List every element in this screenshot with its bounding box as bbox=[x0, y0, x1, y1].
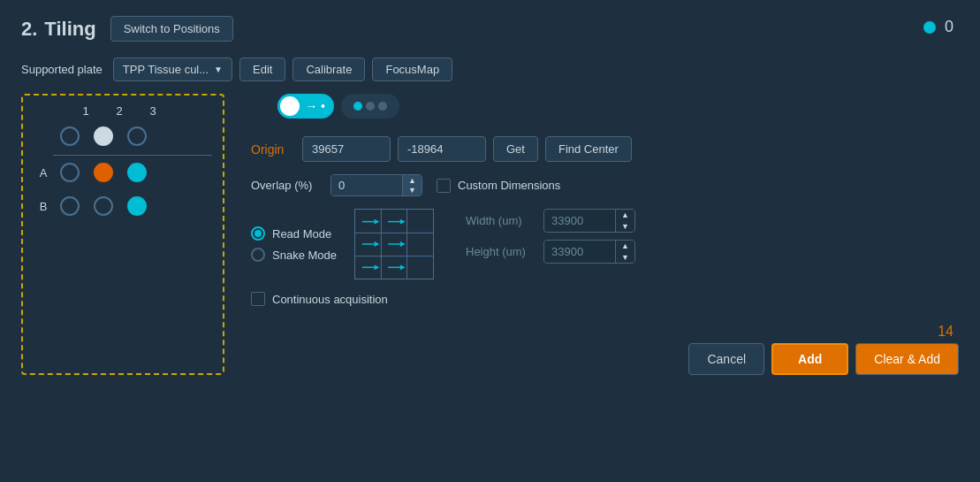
status-dot bbox=[923, 21, 936, 34]
well-b-3[interactable] bbox=[120, 191, 154, 221]
spinner-buttons: ▲ ▼ bbox=[402, 175, 422, 195]
supported-plate-label: Supported plate bbox=[21, 63, 103, 76]
overlap-decrement[interactable]: ▼ bbox=[402, 186, 422, 196]
col-header-3: 3 bbox=[136, 104, 170, 118]
toggle-knob bbox=[280, 96, 300, 116]
overlap-row: Overlap (%) ▲ ▼ bbox=[251, 174, 422, 196]
svg-marker-14 bbox=[375, 264, 380, 270]
cancel-button[interactable]: Cancel bbox=[688, 343, 764, 375]
width-row: Width (um) ▲ ▼ bbox=[466, 209, 635, 233]
calibrate-button[interactable]: Calibrate bbox=[292, 57, 365, 81]
overlap-increment[interactable]: ▲ bbox=[402, 175, 422, 186]
well-circle[interactable] bbox=[60, 126, 80, 146]
origin-y-input[interactable] bbox=[398, 136, 486, 162]
plate-dropdown[interactable]: TPP Tissue cul... ▼ bbox=[113, 57, 232, 81]
add-button[interactable]: Add bbox=[771, 343, 848, 375]
well-circle[interactable] bbox=[127, 163, 147, 182]
height-decrement[interactable]: ▼ bbox=[615, 252, 634, 264]
origin-row: Origin Get Find Center bbox=[251, 136, 959, 162]
svg-marker-11 bbox=[400, 219, 406, 225]
well-b-2[interactable] bbox=[87, 191, 120, 221]
well-circle[interactable] bbox=[127, 126, 147, 146]
main-container: 0 2. Tiling Switch to Positions Supporte… bbox=[0, 0, 980, 482]
chevron-down-icon: ▼ bbox=[214, 65, 223, 74]
mode-toggle[interactable]: → • bbox=[277, 94, 334, 119]
toggle-dots bbox=[341, 94, 399, 119]
plate-row-a: A bbox=[34, 157, 212, 187]
plate-dropdown-value: TPP Tissue cul... bbox=[123, 63, 209, 76]
width-spinner: ▲ ▼ bbox=[543, 209, 635, 233]
col-header-1: 1 bbox=[69, 104, 103, 118]
edit-button[interactable]: Edit bbox=[239, 57, 285, 81]
page-title: Tiling bbox=[44, 18, 95, 41]
find-center-button[interactable]: Find Center bbox=[545, 136, 632, 162]
row-label-a: A bbox=[34, 166, 53, 180]
status-area: 0 bbox=[923, 18, 953, 36]
height-spinner: ▲ ▼ bbox=[543, 240, 635, 264]
plate-row-b: B bbox=[34, 191, 212, 221]
svg-marker-15 bbox=[400, 264, 406, 270]
overlap-input[interactable] bbox=[331, 175, 402, 195]
plate-toolbar: Supported plate TPP Tissue cul... ▼ Edit… bbox=[21, 57, 959, 81]
well-circle[interactable] bbox=[60, 163, 80, 182]
well-a-2[interactable] bbox=[87, 157, 120, 187]
height-row: Height (um) ▲ ▼ bbox=[466, 240, 635, 264]
well-top-3[interactable] bbox=[120, 121, 154, 151]
well-a-1[interactable] bbox=[53, 157, 87, 187]
right-panel: → • Origin Get Find Center bbox=[251, 94, 959, 375]
origin-label: Origin bbox=[251, 142, 295, 157]
continuous-label: Continuous acquisition bbox=[272, 293, 388, 306]
row-divider bbox=[53, 155, 212, 156]
continuous-checkbox[interactable] bbox=[251, 292, 265, 306]
width-increment[interactable]: ▲ bbox=[615, 210, 634, 221]
well-top-1[interactable] bbox=[53, 121, 87, 151]
bottom-buttons: Cancel Add Clear & Add bbox=[251, 343, 959, 375]
well-b-1[interactable] bbox=[53, 191, 87, 221]
well-top-2[interactable] bbox=[87, 121, 120, 151]
mode-options: Read Mode Snake Mode bbox=[251, 226, 337, 262]
well-circle[interactable] bbox=[127, 196, 147, 216]
read-mode-option[interactable]: Read Mode bbox=[251, 226, 337, 241]
dot-active bbox=[353, 102, 362, 111]
dot-inactive-1 bbox=[366, 102, 375, 111]
custom-dimensions-label: Custom Dimensions bbox=[458, 179, 560, 192]
header-row: 2. Tiling Switch to Positions bbox=[21, 16, 959, 42]
section-title: 2. Tiling bbox=[21, 18, 96, 41]
overlap-custom-row: Overlap (%) ▲ ▼ Custom Dimensions bbox=[251, 174, 959, 196]
well-circle[interactable] bbox=[60, 196, 80, 216]
well-circle[interactable] bbox=[94, 196, 113, 216]
switch-to-positions-button[interactable]: Switch to Positions bbox=[110, 16, 233, 42]
overlap-label: Overlap (%) bbox=[251, 179, 322, 192]
read-mode-label: Read Mode bbox=[272, 227, 331, 241]
mode-row: Read Mode Snake Mode bbox=[251, 209, 434, 279]
row-label-b: B bbox=[34, 200, 53, 213]
custom-dimensions-checkbox[interactable] bbox=[437, 179, 451, 193]
height-spinner-btns: ▲ ▼ bbox=[615, 241, 634, 263]
width-spinner-btns: ▲ ▼ bbox=[615, 210, 634, 232]
well-a-3[interactable] bbox=[120, 157, 154, 187]
plate-grid-container: 1 2 3 A B bbox=[21, 94, 224, 375]
toggle-row: → • bbox=[251, 94, 959, 119]
svg-marker-12 bbox=[375, 241, 380, 247]
well-circle[interactable] bbox=[94, 163, 113, 182]
well-circle[interactable] bbox=[94, 126, 113, 146]
snake-mode-radio[interactable] bbox=[251, 248, 265, 262]
origin-x-input[interactable] bbox=[302, 136, 391, 162]
snake-mode-option[interactable]: Snake Mode bbox=[251, 248, 337, 262]
col-headers: 1 2 3 bbox=[69, 104, 212, 118]
clear-add-button[interactable]: Clear & Add bbox=[855, 343, 959, 375]
col-header-2: 2 bbox=[103, 104, 136, 118]
width-input[interactable] bbox=[544, 210, 615, 232]
read-mode-radio[interactable] bbox=[251, 226, 265, 241]
height-increment[interactable]: ▲ bbox=[615, 241, 634, 252]
height-input[interactable] bbox=[544, 241, 615, 263]
svg-marker-13 bbox=[400, 241, 406, 247]
custom-dim-wrap: Custom Dimensions bbox=[437, 179, 560, 193]
height-label: Height (um) bbox=[466, 245, 536, 258]
focusmap-button[interactable]: FocusMap bbox=[372, 57, 452, 81]
get-button[interactable]: Get bbox=[493, 136, 538, 162]
bottom-section: 14 Cancel Add Clear & Add bbox=[251, 324, 959, 375]
main-content: 1 2 3 A B bbox=[21, 94, 959, 375]
width-decrement[interactable]: ▼ bbox=[615, 221, 634, 233]
plate-row-top bbox=[34, 121, 212, 151]
